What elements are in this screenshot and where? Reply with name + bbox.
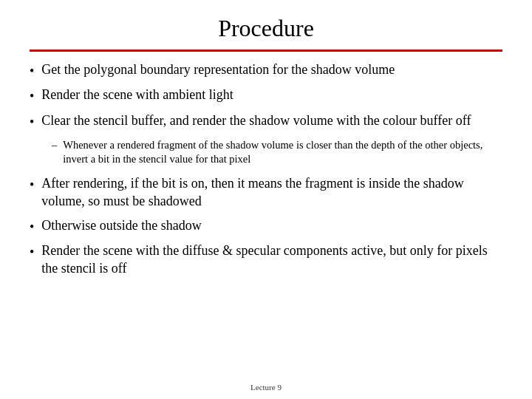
bullet-text-2: Render the scene with ambient light (41, 86, 502, 103)
slide-title: Procedure (30, 15, 502, 42)
bullet-dot-5: • (30, 218, 34, 236)
bullet-dot-3: • (30, 113, 34, 131)
bullet-text-5: Otherwise outside the shadow (41, 216, 502, 234)
bullet-text-1: Get the polygonal boundary representatio… (41, 61, 502, 78)
bullet-item-2: • Render the scene with ambient light (30, 86, 502, 105)
bullet-item-6: • Render the scene with the diffuse & sp… (30, 242, 502, 278)
bullet-dot-1: • (30, 62, 34, 80)
bullet-item-5: • Otherwise outside the shadow (30, 216, 502, 236)
footnote: Lecture 9 (250, 383, 282, 392)
sub-dash-1: – (52, 138, 57, 153)
slide: Procedure • Get the polygonal boundary r… (0, 0, 532, 399)
bullet-dot-6: • (30, 243, 34, 261)
bullet-dot-2: • (30, 87, 34, 105)
bullet-item-3: • Clear the stencil buffer, and render t… (30, 112, 502, 131)
bullet-dot-4: • (30, 176, 34, 194)
sub-bullet-1: – Whenever a rendered fragment of the sh… (52, 138, 502, 167)
bullet-item-4: • After rendering, if the bit is on, the… (30, 174, 502, 211)
red-divider (30, 50, 502, 52)
bullet-text-6: Render the scene with the diffuse & spec… (41, 242, 502, 278)
bullet-item-1: • Get the polygonal boundary representat… (30, 61, 502, 80)
bullet-text-3: Clear the stencil buffer, and render the… (41, 112, 502, 129)
sub-text-1: Whenever a rendered fragment of the shad… (63, 138, 502, 167)
bullet-text-4: After rendering, if the bit is on, then … (41, 174, 502, 211)
content-area: • Get the polygonal boundary representat… (30, 61, 502, 384)
